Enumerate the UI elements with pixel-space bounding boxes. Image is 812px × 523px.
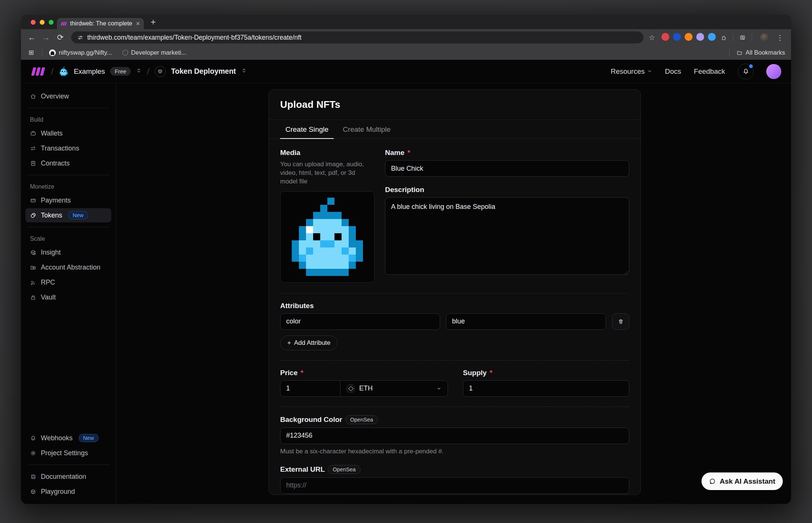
site-settings-icon[interactable] [77,34,84,41]
rpc-icon [30,279,36,286]
sidebar-section-label: Monetize [25,180,111,192]
extensions-puzzle-icon[interactable] [721,34,727,41]
supply-input[interactable] [463,380,629,397]
media-hint: You can upload image, audio, video, html… [280,160,374,186]
media-label: Media [280,149,375,157]
zoom-window-button[interactable] [49,20,54,25]
sidebar-item-label: Insight [41,249,61,256]
wallet-icon [30,130,36,137]
breadcrumb-project[interactable]: Token Deployment [171,67,236,76]
sidebar-item-label: Account Abstraction [41,264,100,271]
metamask-extension-icon[interactable] [685,33,693,41]
sidebar-divider [27,108,110,108]
thirdweb-favicon [61,21,67,26]
nav-feedback[interactable]: Feedback [694,67,725,76]
attribute-name-input[interactable] [280,313,440,330]
sidebar-item-insight[interactable]: Insight [25,245,111,259]
opensea-badge: OpenSea [345,415,378,424]
browser-menu-icon[interactable]: ⋮ [776,33,784,42]
breadcrumb-team[interactable]: Examples [74,67,105,76]
supply-label: Supply [463,369,487,377]
sidebar-item-transactions[interactable]: Transactions [25,141,111,155]
background-color-input[interactable] [280,428,629,444]
nav-resources[interactable]: Resources [610,67,652,76]
team-switcher-icon[interactable] [136,68,142,75]
sidebar-item-vault[interactable]: Vault [25,290,111,304]
sidebar-item-label: RPC [41,279,55,286]
close-window-button[interactable] [31,20,36,25]
sidebar-item-playground[interactable]: Playground [25,484,111,499]
sidebar-item-wallets[interactable]: Wallets [25,126,111,140]
sidebar-item-tokens[interactable]: TokensNew [25,208,111,222]
minimize-window-button[interactable] [40,20,45,25]
currency-select[interactable]: ETH [340,380,448,397]
nft-media-preview[interactable] [280,191,375,283]
sidebar-item-label: Project Settings [41,449,88,457]
account-abstraction-icon [30,264,36,271]
url-bar[interactable]: thirdweb.com/team/examples/Token-Deploym… [71,31,643,43]
sidebar-item-label: Playground [41,488,75,496]
sidebar-item-project-settings[interactable]: Project Settings [25,446,111,460]
project-switcher-icon[interactable] [241,68,247,75]
blue-extension-icon[interactable] [673,33,681,41]
nav-docs[interactable]: Docs [665,67,681,76]
phantom-extension-icon[interactable] [696,33,704,41]
sidebar-item-overview[interactable]: Overview [25,89,111,103]
sidebar-item-payments[interactable]: Payments [25,193,111,207]
sidebar-item-contracts[interactable]: Contracts [25,156,111,170]
notifications-button[interactable] [738,64,754,79]
forward-icon[interactable]: → [40,33,52,42]
red-extension-icon[interactable] [661,33,669,41]
browser-window: thirdweb: The complete web3 × + ← → ⟳ th… [21,15,791,504]
folder-icon [736,49,743,56]
browser-tab[interactable]: thirdweb: The complete web3 × [57,18,144,29]
delete-attribute-button[interactable] [612,313,629,330]
add-attribute-button[interactable]: + Add Attribute [280,335,337,350]
background-color-label: Background Color [280,416,342,424]
external-url-input[interactable] [280,477,629,494]
reload-icon[interactable]: ⟳ [55,33,66,42]
sidebar-divider [27,227,110,227]
bookmark-favicon [122,50,128,55]
account-avatar[interactable] [766,64,781,79]
back-icon[interactable]: ← [26,33,37,42]
sidebar-divider [27,175,110,175]
sidebar-item-documentation[interactable]: Documentation [25,469,111,484]
external-url-label: External URL [280,465,325,474]
tab-search-icon[interactable] [739,34,746,41]
sidebar-item-label: Tokens [41,212,62,219]
bookmark-niftyswap[interactable]: niftyswap.gg/Nifty... [49,49,112,56]
tab-create-single[interactable]: Create Single [280,120,334,139]
chevron-down-icon [436,386,442,391]
main-content: Upload NFTs Create Single Create Multipl… [116,83,791,504]
close-tab-icon[interactable]: × [136,20,140,27]
ask-ai-assistant-button[interactable]: Ask AI Assistant [702,472,783,490]
new-tab-button[interactable]: + [151,17,156,27]
apps-grid-icon[interactable]: ⊞ [27,49,35,57]
price-input[interactable] [280,380,340,397]
bookmark-star-icon[interactable]: ☆ [649,33,655,42]
create-tabs: Create Single Create Multiple [269,120,640,139]
attributes-label: Attributes [280,302,314,310]
background-color-help: Must be a six-character hexadecimal with… [280,448,629,455]
bookmark-developer-marketing[interactable]: Developer marketi... [122,49,187,56]
sidebar-section-label: Build [25,113,111,125]
chat-bubble-icon [709,478,716,485]
settings-icon [30,450,36,456]
timer-extension-icon[interactable] [708,33,716,41]
description-input[interactable]: A blue chick living on Base Sepolia [385,197,629,275]
bookmarks-bar: ⊞ niftyswap.gg/Nifty... Developer market… [21,46,791,60]
tab-title: thirdweb: The complete web3 [70,20,133,27]
sidebar-item-label: Overview [41,92,69,100]
sidebar-item-webhooks[interactable]: WebhooksNew [25,431,111,445]
attribute-value-input[interactable] [446,313,606,330]
sidebar-item-account-abstraction[interactable]: Account Abstraction [25,260,111,274]
sidebar-item-rpc[interactable]: RPC [25,275,111,289]
thirdweb-app: / Examples Free / Token Deployment Resou… [21,60,791,504]
browser-profile-avatar[interactable] [760,33,769,42]
bookmarks-separator [42,49,42,57]
name-input[interactable] [385,160,629,177]
all-bookmarks-button[interactable]: All Bookmarks [736,49,785,56]
thirdweb-logo[interactable] [31,67,46,76]
tab-create-multiple[interactable]: Create Multiple [337,120,396,139]
